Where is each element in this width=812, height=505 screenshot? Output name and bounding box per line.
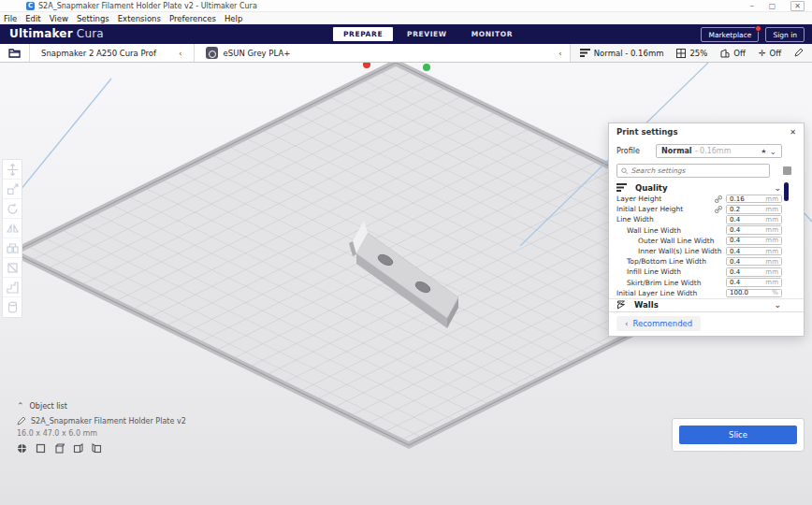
app-logo: Ultimaker Cura — [9, 27, 104, 40]
setting-value-input[interactable]: 100.0% — [726, 289, 782, 298]
object-list-panel: ⌃ Object list S2A_Snapmaker Filament Hol… — [17, 401, 186, 454]
move-icon — [7, 164, 19, 176]
open-file-button[interactable] — [0, 44, 30, 62]
marketplace-label: Marketplace — [708, 31, 751, 39]
app-header: Ultimaker Cura PREPARE PREVIEW MONITOR M… — [0, 24, 812, 44]
setting-value-input[interactable]: 0.4mm — [726, 237, 782, 246]
move-tool-button[interactable] — [3, 160, 22, 180]
summary-adhesion-label: Off — [769, 49, 781, 58]
menu-help[interactable]: Help — [225, 14, 242, 23]
setting-value-input[interactable]: 0.4mm — [726, 247, 782, 256]
setting-value-input[interactable]: 0.4mm — [726, 225, 782, 235]
search-settings-box[interactable] — [616, 164, 770, 178]
setting-label: Outer Wall Line Width — [616, 237, 715, 245]
view-top-icon[interactable] — [54, 443, 65, 454]
setting-row: Inner Wall(s) Line Width 0.4mm — [609, 246, 804, 256]
summary-support: Off — [720, 49, 746, 58]
material-name: eSUN Grey PLA+ — [224, 49, 291, 58]
slice-button[interactable]: Slice — [679, 426, 797, 444]
mirror-icon — [7, 223, 19, 235]
close-button[interactable]: ✕ — [790, 1, 805, 11]
support-blocker-icon — [7, 262, 19, 274]
recommended-label: Recommended — [632, 319, 692, 328]
tab-preview[interactable]: PREVIEW — [397, 27, 457, 41]
close-panel-icon[interactable]: ✕ — [790, 128, 796, 137]
setting-row: Skirt/Brim Line Width 0.4mm — [609, 278, 804, 288]
view-left-icon[interactable] — [73, 443, 83, 454]
menu-bar: File Edit View Settings Extensions Prefe… — [0, 12, 812, 24]
collapse-settings-chevron-icon[interactable]: ‹ — [551, 49, 569, 58]
minimize-button[interactable]: – — [750, 2, 754, 10]
tab-prepare[interactable]: PREPARE — [333, 27, 393, 41]
marketplace-button[interactable]: Marketplace — [701, 27, 759, 42]
setting-label: Top/Bottom Line Width — [616, 257, 706, 266]
object-list-header[interactable]: ⌃ Object list — [17, 401, 186, 411]
edit-pencil-icon[interactable] — [794, 49, 803, 57]
setting-label: Skirt/Brim Line Width — [616, 279, 702, 287]
print-settings-panel: Print settings ✕ Profile Normal - 0.16mm… — [608, 123, 805, 337]
layers-icon — [580, 49, 590, 57]
setting-value-input[interactable]: 0.4mm — [726, 215, 782, 224]
tab-monitor[interactable]: MONITOR — [461, 27, 523, 41]
menu-view[interactable]: View — [50, 14, 68, 23]
setting-value-input[interactable]: 0.4mm — [726, 267, 782, 277]
maximize-button[interactable]: ▢ — [769, 2, 776, 10]
menu-preferences[interactable]: Preferences — [169, 14, 216, 23]
menu-settings[interactable]: Settings — [77, 14, 109, 23]
rotate-icon — [7, 203, 19, 215]
profile-dropdown[interactable]: Normal - 0.16mm ★ ⌄ — [656, 144, 782, 158]
mirror-tool-button[interactable] — [3, 219, 22, 238]
category-walls-title: Walls — [634, 300, 659, 310]
window-titlebar: C S2A_Snapmaker Filament Holder Plate v2… — [0, 0, 812, 12]
setting-value-input[interactable]: 0.16mm — [726, 195, 782, 204]
view-right-icon[interactable] — [92, 443, 102, 454]
per-model-settings-tool-button[interactable] — [3, 238, 22, 258]
brand-cura: Cura — [77, 27, 104, 40]
category-quality[interactable]: Quality ⌄ — [609, 181, 804, 194]
material-selector[interactable]: eSUN Grey PLA+ — [195, 44, 302, 62]
support-blocker-tool-button[interactable] — [3, 258, 22, 278]
menu-file[interactable]: File — [4, 14, 17, 23]
plugin-tool-1-button[interactable] — [3, 278, 22, 297]
cylinder-icon — [7, 301, 19, 313]
summary-adhesion: ✛ Off — [759, 49, 781, 58]
setting-label: Wall Line Width — [616, 226, 681, 235]
rotate-tool-button[interactable] — [3, 199, 22, 219]
profile-label: Profile — [616, 147, 656, 155]
chevron-left-icon: ‹ — [179, 49, 182, 58]
window-title: S2A_Snapmaker Filament Holder Plate v2 -… — [38, 2, 257, 10]
setting-value-input[interactable]: 0.4mm — [726, 278, 782, 287]
menu-edit[interactable]: Edit — [25, 14, 40, 23]
settings-list: Quality ⌄ Layer Height 0.16mm Initial La… — [609, 181, 804, 311]
category-walls[interactable]: Walls ⌄ — [609, 298, 804, 311]
summary-support-label: Off — [733, 49, 746, 58]
sign-in-button[interactable]: Sign in — [765, 27, 805, 42]
link-icon — [715, 206, 722, 213]
search-settings-input[interactable] — [631, 166, 765, 175]
scale-tool-button[interactable] — [3, 180, 22, 199]
chevron-up-icon: ⌃ — [17, 401, 24, 411]
object-name: S2A_Snapmaker Filament Holder Plate v2 — [31, 417, 186, 426]
quality-icon — [616, 183, 627, 192]
recommended-mode-button[interactable]: ‹ Recommended — [616, 316, 701, 331]
setting-label: Initial Layer Line Width — [616, 289, 697, 297]
search-icon — [621, 167, 628, 175]
setting-row: Wall Line Width 0.4mm — [609, 225, 804, 236]
view-front-icon[interactable] — [36, 443, 46, 454]
setting-label: Initial Layer Height — [616, 205, 683, 213]
plugin-tool-2-button[interactable] — [3, 297, 22, 317]
print-settings-summary[interactable]: Normal - 0.16mm 25% Off ✛ Off — [570, 44, 812, 62]
menu-extensions[interactable]: Extensions — [118, 14, 161, 23]
setting-row: Outer Wall Line Width 0.4mm — [609, 236, 804, 246]
chevron-down-icon: ⌄ — [769, 147, 776, 156]
setting-value-input[interactable]: 0.2mm — [726, 205, 782, 214]
setting-row: Line Width 0.4mm — [609, 214, 804, 224]
setting-row: Infill Line Width 0.4mm — [609, 267, 804, 277]
object-list-item[interactable]: S2A_Snapmaker Filament Holder Plate v2 — [17, 417, 186, 426]
scrollbar-thumb[interactable] — [784, 182, 789, 201]
view-3d-icon[interactable] — [17, 443, 27, 454]
printer-selector[interactable]: Snapmaker 2 A250 Cura Prof ‹ — [30, 44, 194, 62]
category-quality-title: Quality — [635, 183, 667, 193]
setting-visibility-icon[interactable] — [783, 166, 791, 175]
setting-value-input[interactable]: 0.4mm — [726, 257, 782, 267]
